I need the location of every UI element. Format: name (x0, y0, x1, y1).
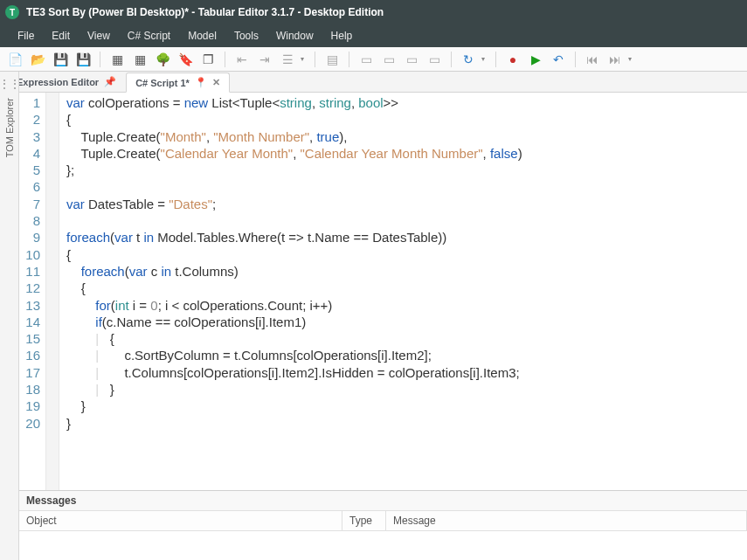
tab-expression-editor[interactable]: Expression Editor 📌 (7, 72, 126, 92)
rect4-icon[interactable]: ▭ (425, 50, 444, 69)
rect2-icon[interactable]: ▭ (379, 50, 398, 69)
code-editor[interactable]: 1234567891011121314151617181920 var colO… (19, 93, 747, 490)
close-icon[interactable]: ✕ (212, 77, 220, 88)
line-gutter: 1234567891011121314151617181920 (19, 93, 45, 490)
col-type[interactable]: Type (342, 511, 386, 530)
refresh-icon[interactable]: ↻ (459, 50, 478, 69)
messages-title: Messages (19, 491, 747, 511)
col-object[interactable]: Object (19, 511, 342, 530)
tab-label: C# Script 1* (135, 78, 190, 88)
grid2-icon[interactable]: ▦ (130, 50, 149, 69)
tab-label: Expression Editor (17, 77, 99, 87)
rail-icon[interactable]: ⋮⋮ (3, 77, 17, 91)
pin-icon[interactable]: 📍 (195, 77, 207, 88)
undo-icon[interactable]: ↶ (549, 50, 568, 69)
fold-gutter (45, 93, 59, 490)
align-icon[interactable]: ☰ (278, 50, 297, 69)
outdent-icon[interactable]: ⇤ (232, 50, 252, 69)
record-icon[interactable]: ● (503, 50, 522, 69)
dropdown-icon[interactable]: ▾ (301, 55, 308, 63)
menu-help[interactable]: Help (322, 24, 362, 47)
tabs-row: Expression Editor 📌 C# Script 1* 📍 ✕ (0, 72, 747, 93)
grid-icon[interactable]: ▦ (107, 50, 127, 69)
menu-file[interactable]: File (9, 24, 43, 47)
bookmark-icon[interactable]: 🔖 (176, 50, 195, 69)
skip-fwd-icon[interactable]: ⏭ (605, 50, 625, 69)
left-rail: ⋮⋮ TOM Explorer (0, 72, 19, 560)
menu-window[interactable]: Window (267, 24, 322, 47)
tab-csharp-script[interactable]: C# Script 1* 📍 ✕ (126, 73, 230, 93)
indent-icon[interactable]: ⇥ (255, 50, 274, 69)
titlebar: T TE3 Sort By (Power BI Desktop)* - Tabu… (0, 0, 747, 24)
code-content[interactable]: var colOperations = new List<Tuple<strin… (59, 93, 747, 490)
toolbar: 📄 📂 💾 💾 ▦ ▦ 🌳 🔖 ❐ ⇤ ⇥ ☰ ▾ ▤ ▭ ▭ ▭ ▭ ↻ ▾ … (0, 47, 747, 72)
run-icon[interactable]: ▶ (526, 50, 545, 69)
skip-dropdown-icon[interactable]: ▾ (628, 55, 635, 63)
save-icon[interactable]: 💾 (51, 50, 70, 69)
tree-icon[interactable]: 🌳 (153, 50, 172, 69)
pin-icon[interactable]: 📌 (104, 76, 116, 87)
menu-edit[interactable]: Edit (43, 24, 79, 47)
messages-pane: Messages Object Type Message (19, 490, 747, 560)
tom-explorer-label[interactable]: TOM Explorer (4, 98, 15, 157)
menu-model[interactable]: Model (179, 24, 225, 47)
col-message[interactable]: Message (386, 511, 747, 530)
rect3-icon[interactable]: ▭ (402, 50, 421, 69)
menu-view[interactable]: View (79, 24, 119, 47)
windows-icon[interactable]: ❐ (198, 50, 218, 69)
rect1-icon[interactable]: ▭ (356, 50, 376, 69)
menu-csharp-script[interactable]: C# Script (119, 24, 179, 47)
open-icon[interactable]: 📂 (28, 50, 47, 69)
filter-icon[interactable]: ▤ (322, 50, 342, 69)
skip-back-icon[interactable]: ⏮ (583, 50, 602, 69)
menu-tools[interactable]: Tools (225, 24, 267, 47)
app-icon: T (5, 5, 19, 19)
menubar: File Edit View C# Script Model Tools Win… (0, 24, 747, 47)
refresh-dropdown-icon[interactable]: ▾ (481, 55, 488, 63)
new-icon[interactable]: 📄 (5, 50, 24, 69)
save-all-icon[interactable]: 💾 (73, 50, 93, 69)
messages-columns: Object Type Message (19, 511, 747, 531)
window-title: TE3 Sort By (Power BI Desktop)* - Tabula… (26, 6, 384, 18)
